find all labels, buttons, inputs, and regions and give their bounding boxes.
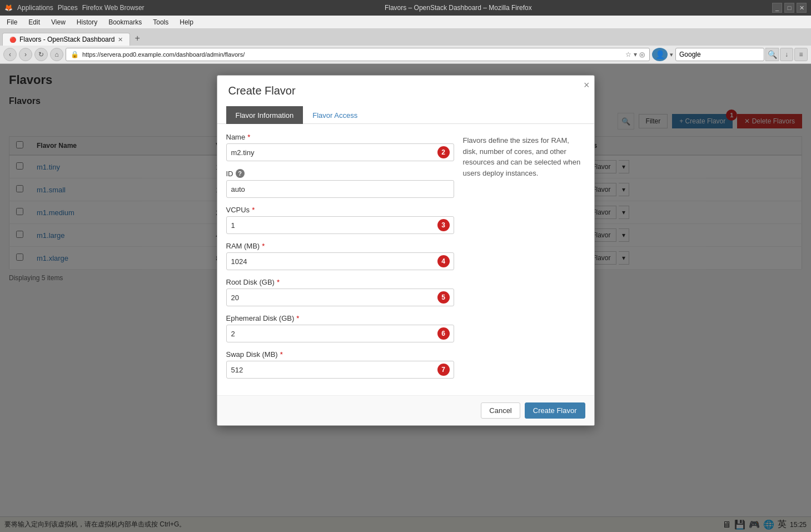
os-menu-applications[interactable]: Applications [17,4,53,12]
modal-tabs: Flavor Information Flavor Access [217,106,594,124]
ram-label: RAM (MB) * [226,242,454,250]
address-bar[interactable]: 🔒 https://servera.pod0.example.com/dashb… [66,48,650,61]
search-area: 🔍 ↓ ≡ [675,48,808,61]
tab-close-button[interactable]: ✕ [118,36,123,43]
os-menu-places[interactable]: Places [58,4,78,12]
step-badge-5: 5 [437,291,450,304]
tab-label: Flavors - OpenStack Dashboard [19,36,115,43]
browser-search-button[interactable]: 🔍 [765,48,779,61]
forward-button[interactable]: › [19,48,32,61]
ephemeral-required: * [296,314,299,322]
window-title: Flavors – OpenStack Dashboard – Mozilla … [145,4,772,12]
maximize-button[interactable]: □ [784,3,794,13]
id-input[interactable] [226,180,454,198]
root-disk-required: * [277,278,280,286]
tab-flavor-access[interactable]: Flavor Access [303,106,367,124]
ram-input-wrapper: 4 [226,252,454,270]
step-badge-3: 3 [437,219,450,231]
swap-required: * [280,350,283,359]
vcpus-input-wrapper: 3 [226,216,454,234]
menu-bookmarks[interactable]: Bookmarks [104,17,146,27]
tab-bar: 🔴 Flavors - OpenStack Dashboard ✕ + [0,29,811,46]
account-button[interactable]: 👤 [652,48,668,61]
form-group-swap: Swap Disk (MB) * 7 [226,350,454,379]
root-disk-label: Root Disk (GB) * [226,278,454,286]
form-group-name: Name * 2 [226,133,454,161]
lock-icon: 🔒 [71,51,79,58]
firefox-label: Firefox Web Browser [82,4,145,12]
titlebar-left: 🦊 Applications Places Firefox Web Browse… [4,4,145,12]
app-icon: 🦊 [4,4,13,12]
ram-required: * [262,242,265,250]
vcpus-input[interactable] [226,216,454,234]
swap-input[interactable] [226,361,454,379]
page-wrapper: RED HAT® ENTERPRISE LINUX OPENSTACK PLAT… [0,64,811,532]
ram-input[interactable] [226,252,454,270]
browser-tab[interactable]: 🔴 Flavors - OpenStack Dashboard ✕ [2,33,130,46]
menu-edit[interactable]: Edit [24,17,44,27]
form-group-vcpus: VCPUs * 3 [226,206,454,234]
back-button[interactable]: ‹ [3,48,17,61]
browser-search-input[interactable] [675,48,764,61]
modal-body: Name * 2 ID ? [217,124,594,395]
step-badge-4: 4 [437,255,450,267]
tab-favicon: 🔴 [9,37,16,43]
id-label: ID ? [226,169,454,178]
reader-icon[interactable]: ◎ [639,51,645,58]
modal-footer: Cancel Create Flavor [217,395,594,425]
name-input-wrapper: 2 [226,143,454,161]
download-button[interactable]: ↓ [780,48,793,61]
tab-flavor-information[interactable]: Flavor Information [226,106,303,124]
address-text: https://servera.pod0.example.com/dashboa… [82,51,245,58]
window-controls: _ □ ✕ [772,3,807,13]
name-required: * [247,133,250,141]
modal-close-button[interactable]: × [584,80,590,90]
step-badge-6: 6 [437,327,450,340]
os-titlebar: 🦊 Applications Places Firefox Web Browse… [0,0,811,16]
browser-chrome: 🔴 Flavors - OpenStack Dashboard ✕ + ‹ › … [0,29,811,64]
address-bar-row: ‹ › ↻ ⌂ 🔒 https://servera.pod0.example.c… [0,46,811,63]
ephemeral-input-wrapper: 6 [226,325,454,342]
form-group-id: ID ? [226,169,454,198]
minimize-button[interactable]: _ [772,3,782,13]
account-dropdown[interactable]: ▾ [670,51,673,58]
id-help-icon[interactable]: ? [236,169,245,178]
reload-button[interactable]: ↻ [34,48,48,61]
menu-tools[interactable]: Tools [148,17,173,27]
swap-input-wrapper: 7 [226,361,454,379]
swap-label: Swap Disk (MB) * [226,350,454,359]
bookmark-icon[interactable]: ☆ [625,51,631,58]
step-badge-7: 7 [437,364,450,376]
ephemeral-input[interactable] [226,325,454,342]
account-area: 👤 ▾ [652,48,673,61]
cancel-button[interactable]: Cancel [481,402,520,419]
menu-file[interactable]: File [2,17,22,27]
menu-view[interactable]: View [47,17,70,27]
open-menu-button[interactable]: ≡ [794,48,808,61]
name-input[interactable] [226,143,454,161]
form-group-ram: RAM (MB) * 4 [226,242,454,270]
step-badge-2: 2 [437,146,450,158]
menu-history[interactable]: History [72,17,102,27]
create-flavor-modal: × Create Flavor Flavor Information Flavo… [217,75,595,426]
modal-description: Flavors define the sizes for RAM, disk, … [463,133,585,386]
root-disk-input-wrapper: 5 [226,289,454,306]
menu-help[interactable]: Help [175,17,198,27]
menu-bar: File Edit View History Bookmarks Tools H… [0,16,811,29]
ephemeral-label: Ephemeral Disk (GB) * [226,314,454,322]
name-label: Name * [226,133,454,141]
form-group-root-disk: Root Disk (GB) * 5 [226,278,454,306]
vcpus-required: * [252,206,255,214]
close-window-button[interactable]: ✕ [797,3,807,13]
home-button[interactable]: ⌂ [50,48,63,61]
bookmark-dropdown-icon[interactable]: ▾ [634,51,637,58]
modal-form: Name * 2 ID ? [226,133,454,386]
create-flavor-submit-button[interactable]: Create Flavor [525,402,585,419]
modal-title: Create Flavor [217,76,594,106]
vcpus-label: VCPUs * [226,206,454,214]
address-icons: ☆ ▾ ◎ [625,51,645,58]
new-tab-button[interactable]: + [130,31,144,46]
modal-overlay: × Create Flavor Flavor Information Flavo… [0,64,811,532]
root-disk-input[interactable] [226,289,454,306]
form-group-ephemeral: Ephemeral Disk (GB) * 6 [226,314,454,342]
